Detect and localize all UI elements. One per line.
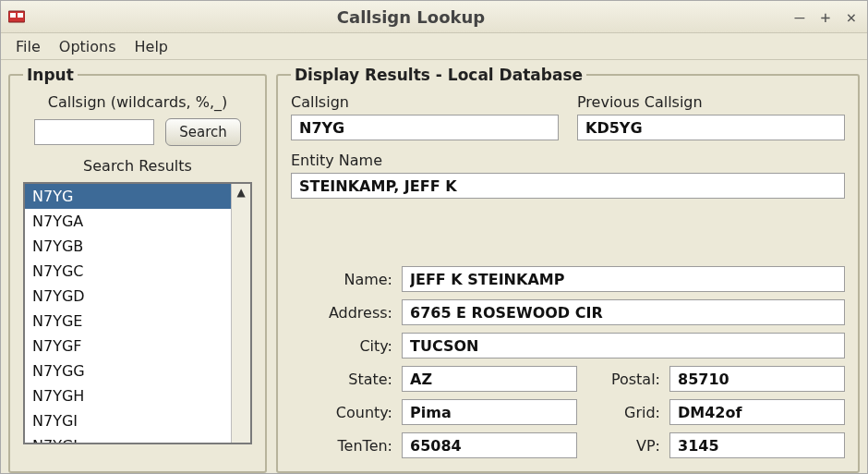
list-item[interactable]: N7YGE [25, 309, 231, 334]
callsign-field[interactable] [291, 115, 559, 140]
city-label: City: [291, 337, 392, 355]
state-label: State: [291, 371, 392, 388]
menu-help[interactable]: Help [127, 36, 175, 57]
prev-callsign-field[interactable] [577, 115, 845, 140]
entity-name-label: Entity Name [291, 152, 845, 169]
search-results-list[interactable]: N7YGN7YGAN7YGBN7YGCN7YGDN7YGEN7YGFN7YGGN… [23, 182, 252, 444]
county-label: County: [291, 404, 392, 421]
callsign-row: Callsign Previous Callsign [291, 93, 845, 140]
entity-name-col: Entity Name [291, 152, 845, 253]
menu-options[interactable]: Options [52, 36, 124, 57]
menu-file[interactable]: File [8, 36, 48, 57]
details-grid: Name: Address: City: State: Postal: Coun… [291, 266, 845, 458]
list-item[interactable]: N7YGD [25, 284, 231, 309]
maximize-button[interactable]: + [817, 8, 834, 25]
state-field[interactable] [402, 366, 577, 392]
vp-label: VP: [586, 437, 660, 455]
search-row: Search [23, 118, 252, 146]
postal-label: Postal: [586, 371, 660, 388]
results-panel: Display Results - Local Database Callsig… [276, 66, 860, 473]
postal-field[interactable] [669, 366, 845, 392]
address-field[interactable] [402, 299, 845, 325]
prev-callsign-label: Previous Callsign [577, 93, 845, 111]
menubar: File Options Help [1, 33, 867, 60]
search-results-items: N7YGN7YGAN7YGBN7YGCN7YGDN7YGEN7YGFN7YGGN… [25, 184, 231, 443]
name-field[interactable] [402, 266, 845, 292]
address-label: Address: [291, 304, 392, 322]
input-legend: Input [23, 66, 78, 84]
app-window: Callsign Lookup – + × File Options Help … [0, 0, 868, 474]
list-item[interactable]: N7YGC [25, 259, 231, 284]
scroll-up-icon[interactable]: ▲ [232, 184, 250, 201]
minimize-button[interactable]: – [791, 8, 808, 25]
content-area: Input Callsign (wildcards, %,_) Search S… [1, 60, 867, 473]
svg-rect-2 [18, 13, 23, 18]
grid-label: Grid: [586, 404, 660, 421]
search-input[interactable] [34, 119, 154, 145]
list-scrollbar[interactable]: ▲ [231, 184, 250, 443]
list-item[interactable]: N7YGB [25, 234, 231, 259]
list-item[interactable]: N7YGJ [25, 433, 231, 443]
callsign-label: Callsign [291, 93, 559, 111]
vp-field[interactable] [669, 432, 845, 458]
list-item[interactable]: N7YGI [25, 408, 231, 433]
name-label: Name: [291, 271, 392, 288]
entity-name-field[interactable] [291, 173, 845, 199]
list-item[interactable]: N7YGH [25, 383, 231, 408]
svg-rect-1 [10, 13, 16, 18]
callsign-hint: Callsign (wildcards, %,_) [23, 93, 252, 111]
window-buttons: – + × [791, 8, 860, 25]
titlebar: Callsign Lookup – + × [1, 1, 867, 33]
close-button[interactable]: × [843, 8, 860, 25]
search-button[interactable]: Search [165, 118, 241, 146]
tenten-field[interactable] [402, 432, 577, 458]
list-item[interactable]: N7YGA [25, 209, 231, 234]
window-title: Callsign Lookup [30, 7, 791, 27]
search-results-heading: Search Results [23, 157, 252, 175]
tenten-label: TenTen: [291, 437, 392, 455]
results-legend: Display Results - Local Database [291, 66, 586, 84]
county-field[interactable] [402, 399, 577, 425]
callsign-col: Callsign [291, 93, 559, 140]
grid-field[interactable] [669, 399, 845, 425]
city-field[interactable] [402, 333, 845, 359]
prev-callsign-col: Previous Callsign [577, 93, 845, 140]
input-panel: Input Callsign (wildcards, %,_) Search S… [8, 66, 267, 473]
list-item[interactable]: N7YG [25, 184, 231, 209]
list-item[interactable]: N7YGG [25, 359, 231, 383]
list-item[interactable]: N7YGF [25, 334, 231, 359]
app-icon [8, 9, 25, 24]
